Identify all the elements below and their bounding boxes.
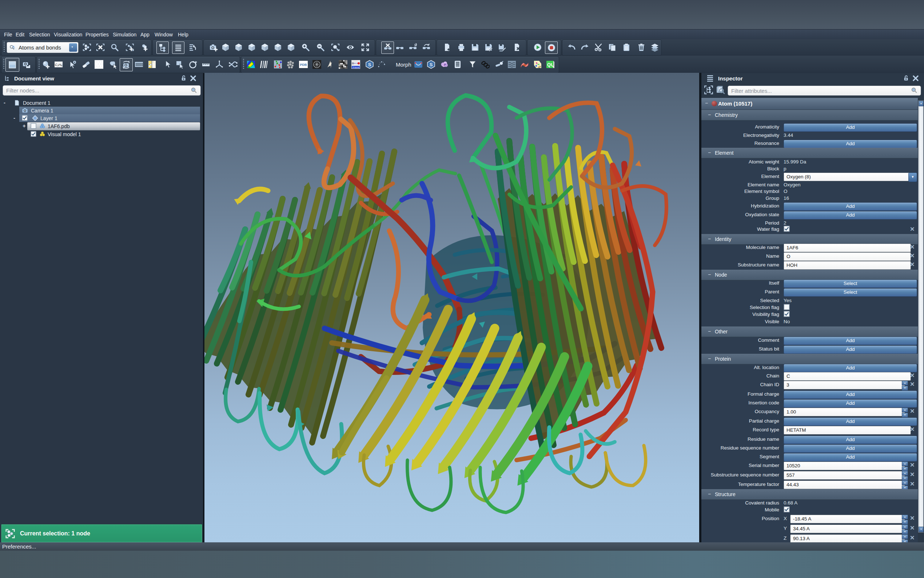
svg-text:P: P bbox=[444, 63, 446, 67]
svg-text:S: S bbox=[368, 62, 371, 67]
svg-text:Qt: Qt bbox=[547, 62, 552, 67]
svg-text:C₂H₆: C₂H₆ bbox=[55, 63, 62, 67]
svg-text:H-bond: H-bond bbox=[353, 66, 359, 68]
svg-text:PDB: PDB bbox=[300, 63, 307, 67]
svg-text:S: S bbox=[430, 62, 433, 67]
